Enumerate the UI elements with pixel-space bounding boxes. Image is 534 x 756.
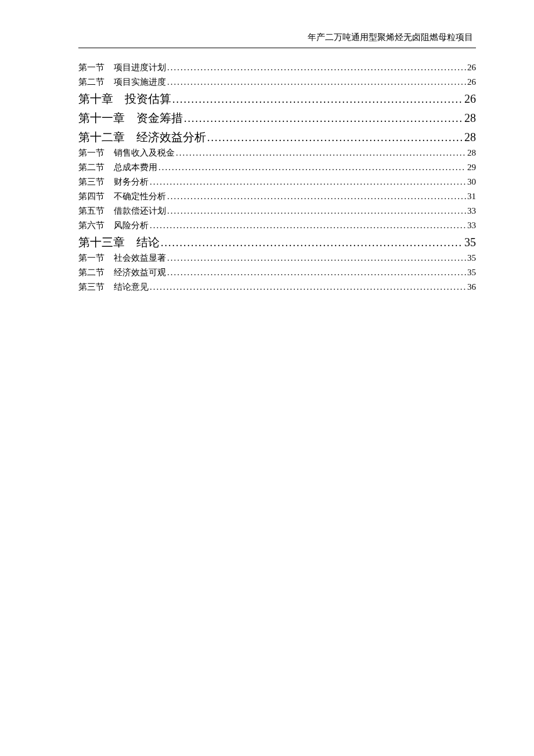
- toc-entry-title: 资金筹措: [136, 110, 183, 126]
- toc-dots: ........................................…: [167, 77, 466, 87]
- toc-dots: ........................................…: [150, 282, 466, 292]
- toc-entry-label: 第三节: [78, 282, 104, 293]
- toc-dots: ........................................…: [184, 113, 463, 125]
- toc-entry: 第二节总成本费用................................…: [78, 162, 476, 173]
- toc-entry-title: 风险分析: [114, 220, 149, 231]
- toc-entry: 第十一章资金筹措................................…: [78, 110, 476, 126]
- toc-entry-page: 35: [467, 268, 476, 278]
- toc-entry-title: 项目进度计划: [114, 62, 166, 73]
- toc-entry-title: 借款偿还计划: [114, 206, 166, 217]
- toc-entry-title: 销售收入及税金: [114, 147, 175, 159]
- toc-entry-label: 第四节: [78, 191, 104, 202]
- toc-dots: ........................................…: [150, 177, 466, 187]
- toc-dots: ........................................…: [167, 206, 466, 216]
- toc-entry: 第十章投资估算.................................…: [78, 91, 476, 107]
- toc-entry-page: 26: [464, 92, 476, 106]
- toc-dots: ........................................…: [167, 253, 466, 263]
- toc-entry-page: 35: [467, 253, 476, 263]
- toc-entry-label: 第十三章: [78, 235, 125, 250]
- toc-entry-page: 31: [467, 192, 476, 201]
- toc-entry-page: 30: [467, 177, 476, 187]
- toc-entry: 第五节借款偿还计划...............................…: [78, 206, 476, 217]
- toc-entry-label: 第十二章: [78, 129, 125, 145]
- toc-dots: ........................................…: [167, 192, 466, 201]
- toc-entry: 第三节结论意见.................................…: [78, 282, 476, 293]
- header-title: 年产二万吨通用型聚烯烃无卤阻燃母粒项目: [308, 33, 473, 42]
- toc-dots: ........................................…: [167, 268, 466, 278]
- toc-dots: ........................................…: [161, 237, 463, 249]
- toc-entry: 第六节风险分析.................................…: [78, 220, 476, 231]
- toc-entry-page: 36: [467, 282, 476, 292]
- toc-entry: 第三节财务分析.................................…: [78, 177, 476, 188]
- toc-entry-label: 第二节: [78, 267, 104, 278]
- toc-entry-title: 项目实施进度: [114, 77, 166, 88]
- page-header: 年产二万吨通用型聚烯烃无卤阻燃母粒项目: [78, 32, 476, 48]
- toc-entry-title: 结论意见: [114, 282, 149, 293]
- toc-dots: ........................................…: [176, 148, 466, 158]
- toc-entry-label: 第一节: [78, 147, 104, 159]
- toc-entry-title: 总成本费用: [114, 162, 157, 173]
- toc-entry-title: 经济效益分析: [136, 129, 206, 145]
- toc-entry-page: 28: [464, 131, 476, 144]
- toc-dots: ........................................…: [158, 163, 466, 172]
- toc-entry: 第十二章经济效益分析..............................…: [78, 129, 476, 145]
- toc-entry-title: 结论: [136, 235, 160, 250]
- toc-entry-label: 第二节: [78, 77, 104, 88]
- toc-entry: 第十三章结论..................................…: [78, 235, 476, 250]
- toc-entry-page: 28: [464, 111, 476, 125]
- toc-dots: ........................................…: [172, 93, 463, 106]
- toc-entry-page: 29: [467, 163, 476, 172]
- toc-entry-title: 经济效益可观: [114, 267, 166, 278]
- toc-entry-label: 第十章: [78, 91, 113, 107]
- toc-entry: 第一节销售收入及税金..............................…: [78, 147, 476, 159]
- table-of-contents: 第一节项目进度计划...............................…: [78, 62, 476, 293]
- toc-entry-title: 不确定性分析: [114, 191, 166, 202]
- toc-entry-page: 33: [467, 221, 476, 231]
- toc-entry-title: 社会效益显著: [114, 253, 166, 264]
- toc-entry-label: 第二节: [78, 162, 104, 173]
- toc-entry: 第二节项目实施进度...............................…: [78, 77, 476, 88]
- toc-entry-label: 第一节: [78, 253, 104, 264]
- toc-dots: ........................................…: [150, 221, 466, 231]
- toc-entry-label: 第三节: [78, 177, 104, 188]
- toc-entry-label: 第六节: [78, 220, 104, 231]
- toc-entry-page: 28: [467, 148, 476, 158]
- toc-entry-label: 第五节: [78, 206, 104, 217]
- toc-entry-page: 33: [467, 206, 476, 216]
- toc-entry-label: 第十一章: [78, 110, 125, 126]
- toc-dots: ........................................…: [167, 63, 466, 73]
- toc-entry-page: 26: [467, 63, 476, 73]
- toc-entry-page: 35: [464, 236, 476, 249]
- toc-entry: 第一节社会效益显著...............................…: [78, 253, 476, 264]
- toc-entry: 第四节不确定性分析...............................…: [78, 191, 476, 202]
- toc-entry: 第二节经济效益可观...............................…: [78, 267, 476, 278]
- toc-entry: 第一节项目进度计划...............................…: [78, 62, 476, 73]
- toc-entry-title: 财务分析: [114, 177, 149, 188]
- toc-entry-label: 第一节: [78, 62, 104, 73]
- toc-entry-page: 26: [467, 77, 476, 87]
- toc-dots: ........................................…: [207, 132, 463, 144]
- toc-entry-title: 投资估算: [125, 91, 171, 107]
